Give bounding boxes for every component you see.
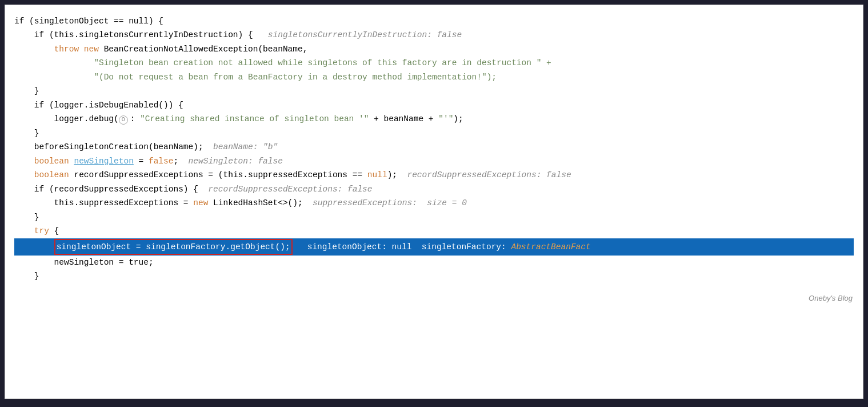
code-line-1: if (singletonObject == null) { <box>14 14 854 28</box>
code-line-4: "Singleton bean creation not allowed whi… <box>14 56 854 70</box>
code-line-3: throw new BeanCreationNotAllowedExceptio… <box>14 42 854 56</box>
code-line-10: beforeSingletonCreation(beanName); beanN… <box>14 140 854 154</box>
code-line-7: if (logger.isDebugEnabled()) { <box>14 98 854 112</box>
debug-circle-icon: O <box>119 115 128 125</box>
code-line-11: boolean newSingleton = false ; newSingle… <box>14 154 854 168</box>
code-line-16: try { <box>14 224 854 238</box>
code-block: if (singletonObject == null) { if (this.… <box>5 14 863 289</box>
blog-label: Oneby's Blog <box>809 294 853 302</box>
code-line-12: boolean recordSuppressedExceptions = (th… <box>14 168 854 182</box>
bottom-spacer <box>14 284 854 289</box>
code-line-15: } <box>14 210 854 224</box>
footer-attribution: Oneby's Blog <box>5 289 863 308</box>
code-line-9: } <box>14 126 854 140</box>
code-line-19: } <box>14 269 854 283</box>
code-line-5: "(Do not request a bean from a BeanFacto… <box>14 70 854 84</box>
code-line-17-highlighted: singletonObject = singletonFactory.getOb… <box>14 238 854 256</box>
code-line-14: this.suppressedExceptions = new LinkedHa… <box>14 196 854 210</box>
code-container: if (singletonObject == null) { if (this.… <box>5 5 863 399</box>
code-line-2: if (this.singletonsCurrentlyInDestructio… <box>14 28 854 42</box>
code-line-6: } <box>14 84 854 98</box>
code-line-18: newSingleton = true; <box>14 256 854 269</box>
code-line-8: logger.debug( O : "Creating shared insta… <box>14 112 854 126</box>
boxed-code: singletonObject = singletonFactory.getOb… <box>54 239 293 255</box>
abstract-bean-factory-label: AbstractBeanFact <box>511 241 590 253</box>
code-line-13: if (recordSuppressedExceptions) { record… <box>14 182 854 196</box>
